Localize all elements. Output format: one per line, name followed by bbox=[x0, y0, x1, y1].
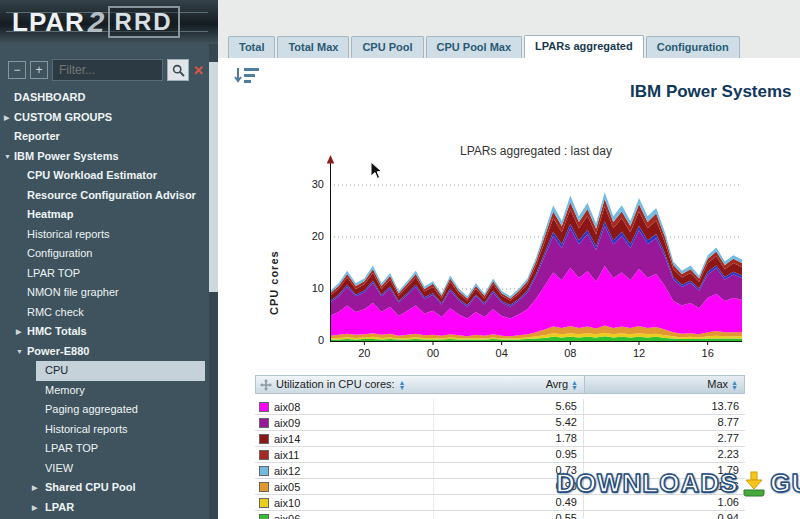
table-row[interactable]: aix095.428.77 bbox=[255, 415, 745, 431]
sidebar-item-lpar-top[interactable]: LPAR TOP bbox=[0, 439, 218, 459]
chevron-down-icon[interactable]: ▼ bbox=[4, 147, 11, 167]
sidebar-item-cpu[interactable]: CPU bbox=[36, 361, 205, 381]
x-tick-label: 16 bbox=[696, 347, 720, 359]
logo-text-rrd: RRD bbox=[108, 6, 180, 38]
lpar-name[interactable]: aix14 bbox=[274, 432, 300, 446]
sidebar-item-hmc-totals[interactable]: ▶HMC Totals bbox=[0, 322, 218, 342]
toggle-menu-icon[interactable] bbox=[234, 66, 260, 88]
clear-filter-icon[interactable]: ✕ bbox=[193, 63, 204, 78]
logo-text-lpar: LPAR bbox=[12, 7, 85, 38]
sidebar-item-label: RMC check bbox=[27, 306, 84, 318]
series-color-swatch bbox=[259, 402, 269, 412]
chevron-right-icon[interactable]: ▶ bbox=[32, 498, 37, 518]
avrg-value: 5.42 bbox=[433, 415, 583, 430]
sidebar-item-rmc-check[interactable]: RMC check bbox=[0, 303, 218, 323]
tab-cpu-pool[interactable]: CPU Pool bbox=[351, 36, 423, 58]
filter-input[interactable] bbox=[52, 59, 163, 81]
move-table-icon[interactable] bbox=[260, 379, 272, 391]
scrollbar-thumb[interactable] bbox=[209, 62, 218, 292]
sidebar-item-nmon-file-grapher[interactable]: NMON file grapher bbox=[0, 283, 218, 303]
sidebar-item-historical-reports[interactable]: Historical reports bbox=[0, 225, 218, 245]
table-row[interactable]: aix110.952.23 bbox=[255, 447, 745, 463]
sidebar-item-ibm-power-systems[interactable]: ▼IBM Power Systems bbox=[0, 147, 218, 167]
avrg-value: 0.55 bbox=[433, 511, 583, 519]
sidebar-item-label: CUSTOM GROUPS bbox=[14, 111, 112, 123]
sort-avrg-icon[interactable]: ▲▼ bbox=[571, 380, 578, 390]
lpar-name[interactable]: aix09 bbox=[274, 416, 300, 430]
sidebar-item-dashboard[interactable]: DASHBOARD bbox=[0, 88, 218, 108]
sidebar-item-resource-configuration-advisor[interactable]: Resource Configuration Advisor bbox=[0, 186, 218, 206]
chevron-right-icon[interactable]: ▶ bbox=[4, 108, 9, 128]
avrg-value: 5.65 bbox=[433, 399, 583, 414]
max-value: 2.77 bbox=[583, 431, 745, 446]
app-window: LPAR 2 RRD TotalTotal MaxCPU PoolCPU Poo… bbox=[0, 0, 800, 519]
sidebar-item-custom-groups[interactable]: ▶CUSTOM GROUPS bbox=[0, 108, 218, 128]
collapse-all-button[interactable]: − bbox=[8, 61, 26, 79]
sidebar-item-label: LPAR TOP bbox=[45, 442, 98, 454]
table-row[interactable]: aix060.550.94 bbox=[255, 511, 745, 519]
stacked-area-plot bbox=[330, 155, 742, 345]
table-header-max-label[interactable]: Max bbox=[707, 376, 728, 393]
sidebar-menu: DASHBOARD▶CUSTOM GROUPSReporter▼IBM Powe… bbox=[0, 88, 218, 517]
series-color-swatch bbox=[259, 450, 269, 460]
sidebar-item-label: LPAR bbox=[45, 501, 74, 513]
sidebar-item-label: Historical reports bbox=[27, 228, 110, 240]
download-icon bbox=[741, 471, 767, 497]
tab-configuration[interactable]: Configuration bbox=[646, 36, 740, 58]
sidebar-item-lpar[interactable]: ▶LPAR bbox=[0, 498, 218, 518]
sidebar-item-label: LPAR TOP bbox=[27, 267, 80, 279]
sort-name-icon[interactable]: ▲▼ bbox=[399, 380, 406, 390]
table-row[interactable]: aix085.6513.76 bbox=[255, 399, 745, 415]
mouse-cursor-icon bbox=[370, 161, 384, 181]
chevron-right-icon[interactable]: ▶ bbox=[16, 322, 21, 342]
tab-lpars-aggregated[interactable]: LPARs aggregated bbox=[524, 35, 644, 58]
sidebar-item-cpu-workload-estimator[interactable]: CPU Workload Estimator bbox=[0, 166, 218, 186]
sidebar-item-label: CPU Workload Estimator bbox=[27, 169, 157, 181]
app-logo[interactable]: LPAR 2 RRD bbox=[0, 0, 218, 44]
lpar-name[interactable]: aix11 bbox=[274, 448, 299, 462]
sidebar-item-label: IBM Power Systems bbox=[14, 150, 119, 162]
series-color-swatch bbox=[259, 418, 269, 428]
x-tick-label: 04 bbox=[490, 347, 514, 359]
sidebar-item-power-e880[interactable]: ▼Power-E880 bbox=[0, 342, 218, 362]
chevron-right-icon[interactable]: ▶ bbox=[32, 478, 37, 498]
sort-max-icon[interactable]: ▲▼ bbox=[731, 380, 738, 390]
sidebar-item-heatmap[interactable]: Heatmap bbox=[0, 205, 218, 225]
max-value: 0.94 bbox=[583, 511, 745, 519]
sidebar-item-shared-cpu-pool[interactable]: ▶Shared CPU Pool bbox=[0, 478, 218, 498]
y-tick-label: 10 bbox=[298, 282, 324, 294]
watermark-text-left: DOWNLOADS bbox=[556, 468, 738, 499]
watermark-text-right: GURU bbox=[770, 468, 800, 499]
watermark: DOWNLOADS GURU bbox=[556, 468, 800, 499]
sidebar-item-label: Configuration bbox=[27, 247, 92, 259]
lpar-name[interactable]: aix05 bbox=[274, 480, 300, 494]
table-header-utilization-label: Utilization in CPU cores: bbox=[276, 376, 395, 393]
sidebar-item-memory[interactable]: Memory bbox=[0, 381, 218, 401]
tab-total-max[interactable]: Total Max bbox=[277, 36, 349, 58]
tab-total[interactable]: Total bbox=[228, 36, 275, 58]
sidebar-item-configuration[interactable]: Configuration bbox=[0, 244, 218, 264]
sidebar-item-historical-reports[interactable]: Historical reports bbox=[0, 420, 218, 440]
x-tick-label: 00 bbox=[421, 347, 445, 359]
search-button[interactable] bbox=[167, 59, 189, 81]
search-icon bbox=[172, 64, 185, 77]
table-header-avrg-label[interactable]: Avrg bbox=[546, 376, 568, 393]
y-tick-label: 0 bbox=[298, 334, 324, 346]
max-value: 2.23 bbox=[583, 447, 745, 462]
sidebar-item-reporter[interactable]: Reporter bbox=[0, 127, 218, 147]
expand-all-button[interactable]: + bbox=[30, 61, 48, 79]
lpar-name[interactable]: aix06 bbox=[274, 512, 300, 519]
sidebar-item-label: DASHBOARD bbox=[14, 91, 86, 103]
series-color-swatch bbox=[259, 482, 269, 492]
tab-cpu-pool-max[interactable]: CPU Pool Max bbox=[426, 36, 523, 58]
lpar-name[interactable]: aix10 bbox=[274, 496, 300, 510]
chevron-down-icon[interactable]: ▼ bbox=[16, 342, 23, 362]
sidebar-item-view[interactable]: VIEW bbox=[0, 459, 218, 479]
lpar-name[interactable]: aix08 bbox=[274, 400, 300, 414]
sidebar-item-lpar-top[interactable]: LPAR TOP bbox=[0, 264, 218, 284]
sidebar-scrollbar[interactable] bbox=[209, 44, 218, 519]
lpar-name[interactable]: aix12 bbox=[274, 464, 300, 478]
sidebar-item-paging-aggregated[interactable]: Paging aggregated bbox=[0, 400, 218, 420]
table-header: Utilization in CPU cores: ▲▼ Avrg ▲▼ Max… bbox=[255, 375, 745, 394]
table-row[interactable]: aix141.782.77 bbox=[255, 431, 745, 447]
